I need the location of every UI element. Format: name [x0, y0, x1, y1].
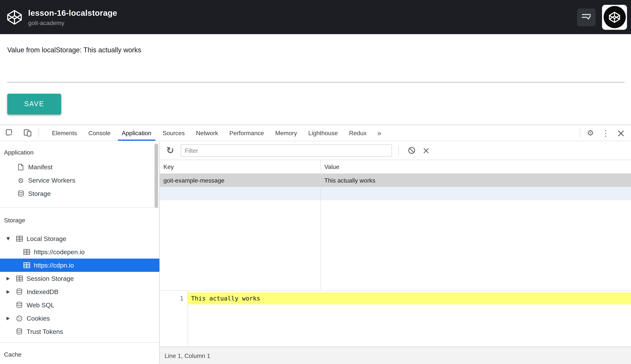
expander-down-icon[interactable]: ▼ — [6, 236, 16, 241]
section-title-cache: Cache — [0, 342, 159, 364]
sidebar-item-manifest[interactable]: Manifest — [0, 160, 159, 174]
pen-author[interactable]: goit-academy — [28, 19, 117, 26]
sidebar-item-service-workers[interactable]: ⚙ Service Workers — [0, 174, 159, 187]
close-devtools-button[interactable]: × — [613, 125, 629, 141]
tree-item-session-storage[interactable]: ▶ Session Storage — [0, 272, 159, 285]
more-tabs-button[interactable]: » — [372, 125, 387, 141]
storage-value-text: Value from localStorage: This actually w… — [7, 46, 141, 54]
database-icon — [18, 190, 25, 197]
sidebar-item-label: Storage — [28, 190, 51, 197]
tree-item-label: Web SQL — [27, 302, 55, 309]
kebab-icon: ⋮ — [601, 129, 609, 137]
device-toolbar-button[interactable] — [19, 125, 36, 141]
tree-item-label: Session Storage — [27, 275, 74, 282]
close-icon: × — [616, 128, 625, 138]
clear-all-button[interactable] — [404, 142, 419, 158]
refresh-icon: ↻ — [166, 146, 174, 155]
value-preview: 1 This actually works — [160, 291, 631, 347]
storage-table: Key Value goit-example-message This actu… — [160, 160, 631, 291]
expander-right-icon[interactable]: ▶ — [6, 316, 16, 321]
tree-item-label: https://cdpn.io — [34, 262, 74, 269]
tree-item-trust-tokens[interactable]: Trust Tokens — [0, 325, 159, 338]
tree-item-indexeddb[interactable]: ▶ IndexedDB — [0, 285, 159, 298]
tab-sources[interactable]: Sources — [157, 125, 190, 141]
user-avatar[interactable] — [602, 4, 627, 30]
devtools-controls: ⚙ ⋮ × — [577, 125, 631, 141]
tree-item-codepen-origin[interactable]: https://codepen.io — [0, 245, 159, 258]
sidebar-item-label: Service Workers — [28, 177, 75, 184]
column-header-key: Key — [160, 163, 320, 170]
tab-console[interactable]: Console — [83, 125, 116, 141]
tree-item-label: Trust Tokens — [27, 328, 63, 335]
table-header: Key Value — [160, 160, 631, 174]
toolbar-divider — [39, 129, 39, 137]
tab-elements[interactable]: Elements — [46, 125, 83, 141]
pen-titles: lesson-16-localstorage goit-academy — [28, 8, 117, 26]
codepen-logo-icon[interactable] — [7, 9, 23, 25]
tree-item-cdpn-origin[interactable]: https://cdpn.io — [0, 258, 159, 272]
line-number: 1 — [160, 291, 188, 347]
column-header-value: Value — [320, 163, 339, 170]
devtools-tabbar: Elements Console Application Sources Net… — [0, 125, 631, 141]
block-icon — [408, 146, 416, 154]
devtools-panel: Elements Console Application Sources Net… — [0, 125, 631, 364]
gear-icon: ⚙ — [587, 129, 594, 137]
table-icon — [23, 249, 31, 255]
section-title-storage: Storage — [0, 208, 159, 232]
table-row[interactable]: goit-example-message This actually works — [160, 174, 631, 187]
pen-title: lesson-16-localstorage — [28, 8, 117, 18]
expander-right-icon[interactable]: ▶ — [6, 276, 16, 281]
save-button[interactable]: SAVE — [7, 94, 61, 114]
refresh-button[interactable]: ↻ — [163, 146, 177, 155]
tree-item-cookies[interactable]: ▶ Cookies — [0, 312, 159, 325]
table-icon — [23, 262, 31, 268]
table-icon — [16, 276, 23, 282]
local-storage-panel: ↻ × — [160, 141, 631, 364]
status-bar: Line 1, Column 1 — [160, 346, 631, 364]
table-empty-area — [160, 200, 631, 290]
tab-memory[interactable]: Memory — [270, 125, 303, 141]
devtools-menu-button[interactable]: ⋮ — [598, 125, 613, 141]
devtools-body: Application Manifest ⚙ Service Workers — [0, 141, 631, 364]
tree-item-label: Local Storage — [27, 235, 66, 242]
preview-code-area: This actually works — [188, 291, 631, 347]
panel-title-application: Application — [0, 141, 159, 160]
settings-button[interactable]: ⚙ — [583, 125, 598, 141]
toolbar-divider — [398, 146, 399, 155]
tree-item-local-storage[interactable]: ▼ Local Storage — [0, 232, 159, 245]
column-resize-handle[interactable] — [320, 160, 321, 290]
tree-item-label: Cookies — [27, 315, 50, 322]
delete-selected-button[interactable]: × — [419, 142, 433, 158]
screen: lesson-16-localstorage goit-academy — [0, 0, 631, 364]
close-icon: × — [422, 146, 430, 155]
tab-performance[interactable]: Performance — [224, 125, 270, 141]
expander-right-icon[interactable]: ▶ — [6, 289, 16, 294]
table-icon — [16, 236, 23, 242]
scrollbar-thumb[interactable] — [155, 144, 158, 208]
tree-item-web-sql[interactable]: Web SQL — [0, 298, 159, 312]
layout-check-icon — [581, 13, 591, 22]
cell-value: This actually works — [320, 177, 375, 184]
message-input[interactable] — [7, 70, 624, 82]
inspect-element-button[interactable] — [0, 125, 19, 141]
database-icon — [16, 302, 23, 308]
table-row-empty[interactable] — [160, 187, 631, 200]
tree-item-label: IndexedDB — [27, 288, 59, 295]
avatar-cube-icon — [603, 6, 626, 28]
database-icon — [16, 328, 23, 335]
database-icon — [16, 288, 23, 295]
filter-input[interactable] — [181, 144, 392, 156]
tab-application[interactable]: Application — [116, 125, 157, 141]
manifest-file-icon — [18, 164, 25, 170]
preview-value-highlight: This actually works — [188, 292, 631, 304]
storage-toolbar: ↻ × — [160, 141, 631, 160]
tab-network[interactable]: Network — [190, 125, 224, 141]
cookie-icon — [16, 315, 23, 322]
editor-layout-button[interactable] — [577, 8, 596, 26]
codepen-header: lesson-16-localstorage goit-academy — [0, 0, 631, 34]
application-sidebar: Application Manifest ⚙ Service Workers — [0, 141, 160, 364]
cursor-position: Line 1, Column 1 — [165, 352, 210, 359]
sidebar-item-storage[interactable]: Storage — [0, 187, 159, 200]
tab-lighthouse[interactable]: Lighthouse — [303, 125, 343, 141]
tab-redux[interactable]: Redux — [343, 125, 372, 141]
